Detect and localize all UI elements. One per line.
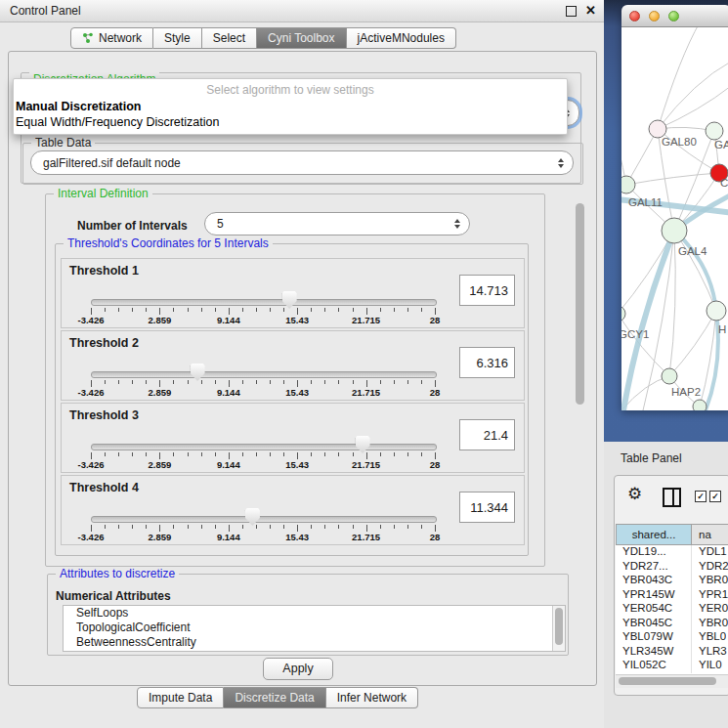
tab-discretize-data[interactable]: Discretize Data: [224, 687, 325, 708]
number-of-intervals-combobox[interactable]: 5: [204, 212, 470, 236]
major-tick: [229, 308, 230, 315]
table-data-combobox[interactable]: galFiltered.sif default node: [30, 150, 574, 175]
slider-track[interactable]: [91, 371, 437, 378]
table-row[interactable]: YBL079WYBL0: [616, 630, 728, 645]
cell-shared-name[interactable]: YIL052C: [616, 659, 692, 673]
cell-name[interactable]: YLR3: [692, 645, 727, 660]
slider-thumb[interactable]: [282, 291, 297, 309]
slider-thumb[interactable]: [356, 436, 370, 453]
cell-name[interactable]: YDL1: [692, 545, 727, 560]
HAP2-node[interactable]: [662, 368, 677, 384]
network-edge[interactable]: [626, 173, 719, 185]
attribute-list-item[interactable]: TopologicalCoefficient: [64, 621, 565, 635]
slider-track[interactable]: [91, 444, 437, 450]
checkbox-icon[interactable]: ✓: [709, 491, 721, 502]
tab-impute-data[interactable]: Impute Data: [137, 687, 224, 708]
table-row[interactable]: YER054CYER0: [616, 602, 728, 617]
window-close-icon[interactable]: [629, 11, 640, 21]
algorithm-option-equal-width-frequency[interactable]: Equal Width/Frequency Discretization: [16, 115, 219, 129]
attributes-list-scrollbar[interactable]: [552, 606, 565, 651]
network-edge[interactable]: [674, 231, 716, 311]
cell-shared-name[interactable]: YBR043C: [616, 574, 692, 588]
threshold-value-field[interactable]: 6.316: [459, 347, 515, 378]
minor-tick: [173, 452, 174, 456]
threshold-value-field[interactable]: 11.344: [459, 492, 515, 523]
table-row[interactable]: YBR045CYBR0: [616, 617, 728, 631]
network-edge[interactable]: [669, 231, 675, 376]
settings-vertical-scrollbar[interactable]: [576, 203, 584, 405]
table-row[interactable]: YIL052CYIL0: [616, 659, 728, 673]
GCY1-node[interactable]: [621, 306, 625, 321]
attribute-list-item[interactable]: BetweennessCentrality: [64, 635, 565, 650]
cell-name[interactable]: YBR0: [692, 617, 728, 631]
major-tick: [91, 308, 92, 315]
window-zoom-icon[interactable]: [668, 11, 679, 21]
tab-network[interactable]: Network: [70, 27, 153, 49]
tab-cyni-toolbox[interactable]: Cyni Toolbox: [257, 27, 346, 49]
slider-thumb[interactable]: [191, 364, 205, 381]
network-window-area: GAL80GACGAL11GAL4GCY1HHAP2: [604, 0, 728, 442]
attributes-list-scroll-thumb[interactable]: [555, 608, 563, 645]
tab-infer-network[interactable]: Infer Network: [326, 687, 418, 708]
close-panel-icon[interactable]: ✕: [585, 3, 596, 18]
tab-jactivemnodules[interactable]: jActiveMNodules: [347, 27, 456, 49]
attribute-list-item[interactable]: SelfLoops: [64, 606, 565, 621]
cell-name[interactable]: YBL0: [692, 630, 726, 645]
network-canvas[interactable]: GAL80GACGAL11GAL4GCY1HHAP2: [621, 27, 728, 410]
float-panel-icon[interactable]: [566, 6, 577, 17]
numerical-attributes-label: Numerical Attributes: [56, 589, 171, 603]
tab-style[interactable]: Style: [153, 27, 202, 49]
cell-shared-name[interactable]: YER054C: [616, 602, 692, 617]
combobox-arrows-icon: [454, 219, 460, 229]
minor-tick: [146, 380, 147, 384]
cell-name[interactable]: YPR1: [692, 588, 728, 603]
column-view-icon[interactable]: [663, 488, 681, 507]
minor-tick: [215, 525, 216, 529]
top-right-node[interactable]: [706, 122, 723, 140]
numerical-attributes-list[interactable]: SelfLoopsTopologicalCoefficientBetweenne…: [63, 605, 566, 652]
GAL11-node[interactable]: [621, 176, 635, 193]
slider-track[interactable]: [91, 516, 437, 523]
window-minimize-icon[interactable]: [649, 11, 660, 21]
cell-shared-name[interactable]: YDR27...: [616, 560, 692, 575]
table-row[interactable]: YLR345WYLR3: [616, 645, 728, 660]
checkbox-icon[interactable]: ✓: [695, 491, 707, 502]
cell-shared-name[interactable]: YDL19...: [616, 545, 692, 560]
slider-track[interactable]: [91, 299, 437, 306]
cell-name[interactable]: YIL0: [692, 659, 722, 673]
table-horizontal-scrollbar[interactable]: [616, 674, 728, 688]
table-row[interactable]: YBR043CYBR0: [616, 574, 728, 588]
table-row[interactable]: YPR145WYPR1: [616, 588, 728, 603]
cell-shared-name[interactable]: YPR145W: [616, 588, 692, 603]
threshold-value-field[interactable]: 14.713: [459, 275, 515, 306]
network-thick-edge[interactable]: [674, 231, 716, 311]
cell-shared-name[interactable]: YBL079W: [616, 630, 692, 645]
minor-tick: [394, 308, 395, 312]
cell-shared-name[interactable]: YBR045C: [616, 617, 692, 631]
threshold-value-field[interactable]: 21.4: [459, 419, 515, 450]
network-edge[interactable]: [626, 129, 658, 185]
network-edge[interactable]: [658, 27, 700, 129]
column-header-name[interactable]: na: [692, 524, 728, 545]
minor-tick: [256, 525, 257, 529]
cell-shared-name[interactable]: YLR345W: [616, 645, 692, 660]
H-node[interactable]: [707, 301, 726, 321]
gear-icon[interactable]: ⚙: [627, 484, 642, 504]
table-hscroll-thumb[interactable]: [619, 677, 716, 685]
tick-label: 28: [430, 459, 441, 470]
column-header-shared[interactable]: shared...: [616, 524, 692, 545]
apply-button[interactable]: Apply: [263, 658, 333, 680]
table-row[interactable]: YDL19...YDL1: [616, 545, 728, 560]
bottom-node[interactable]: [693, 400, 707, 410]
tab-select[interactable]: Select: [202, 27, 257, 49]
cell-name[interactable]: YER0: [692, 602, 728, 617]
network-window-titlebar[interactable]: [621, 5, 728, 27]
table-row[interactable]: YDR27...YDR2: [616, 560, 728, 575]
minor-tick: [215, 452, 216, 456]
cell-name[interactable]: YDR2: [692, 560, 728, 575]
cell-name[interactable]: YBR0: [692, 574, 728, 588]
slider-thumb[interactable]: [245, 508, 260, 526]
algorithm-option-manual-discretization[interactable]: Manual Discretization: [16, 100, 142, 113]
GAL4-node[interactable]: [662, 218, 687, 243]
combobox-arrows-icon: [558, 158, 564, 168]
